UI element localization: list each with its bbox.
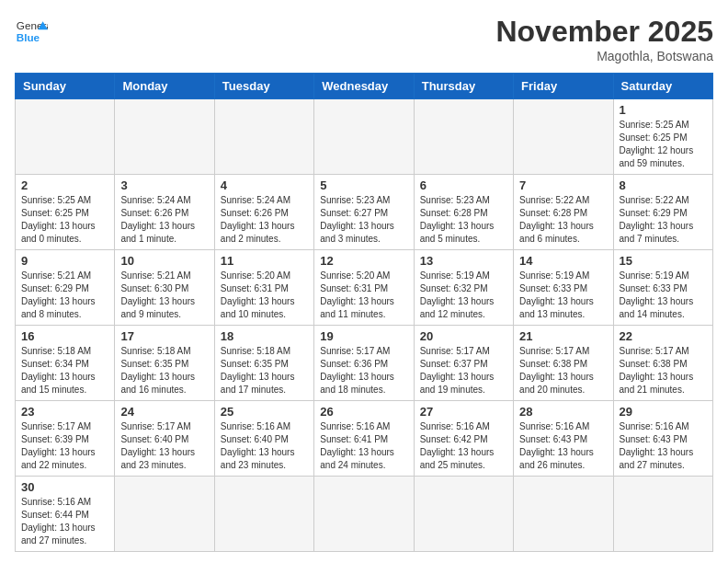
- day-info: Sunrise: 5:22 AM Sunset: 6:28 PM Dayligh…: [519, 194, 607, 246]
- calendar-cell: 7Sunrise: 5:22 AM Sunset: 6:28 PM Daylig…: [514, 175, 613, 250]
- day-number: 25: [221, 405, 308, 419]
- day-number: 15: [620, 254, 707, 268]
- month-title: November 2025: [495, 15, 713, 49]
- day-number: 20: [420, 329, 507, 343]
- calendar-cell: 9Sunrise: 5:21 AM Sunset: 6:29 PM Daylig…: [16, 250, 115, 326]
- calendar-cell: [414, 99, 513, 175]
- calendar-cell: 11Sunrise: 5:20 AM Sunset: 6:31 PM Dayli…: [214, 250, 313, 326]
- calendar-cell: [414, 477, 513, 552]
- calendar-cell: 14Sunrise: 5:19 AM Sunset: 6:33 PM Dayli…: [514, 250, 613, 326]
- weekday-header-saturday: Saturday: [613, 74, 712, 99]
- calendar-cell: 4Sunrise: 5:24 AM Sunset: 6:26 PM Daylig…: [214, 175, 313, 250]
- calendar-cell: [214, 477, 313, 552]
- calendar-cell: 19Sunrise: 5:17 AM Sunset: 6:36 PM Dayli…: [314, 326, 414, 401]
- calendar-week-row-0: 1Sunrise: 5:25 AM Sunset: 6:25 PM Daylig…: [16, 99, 713, 175]
- calendar-week-row-5: 30Sunrise: 5:16 AM Sunset: 6:44 PM Dayli…: [16, 477, 713, 552]
- calendar-cell: 1Sunrise: 5:25 AM Sunset: 6:25 PM Daylig…: [613, 99, 712, 175]
- weekday-header-thursday: Thursday: [414, 74, 513, 99]
- calendar-cell: 20Sunrise: 5:17 AM Sunset: 6:37 PM Dayli…: [414, 326, 513, 401]
- day-info: Sunrise: 5:16 AM Sunset: 6:43 PM Dayligh…: [620, 420, 707, 472]
- day-info: Sunrise: 5:24 AM Sunset: 6:26 PM Dayligh…: [120, 194, 208, 246]
- calendar-cell: 23Sunrise: 5:17 AM Sunset: 6:39 PM Dayli…: [16, 401, 115, 477]
- calendar-cell: 12Sunrise: 5:20 AM Sunset: 6:31 PM Dayli…: [314, 250, 414, 326]
- calendar-cell: [314, 477, 414, 552]
- day-number: 9: [21, 254, 108, 268]
- calendar-cell: 3Sunrise: 5:24 AM Sunset: 6:26 PM Daylig…: [115, 175, 214, 250]
- calendar-week-row-3: 16Sunrise: 5:18 AM Sunset: 6:34 PM Dayli…: [16, 326, 713, 401]
- day-number: 1: [620, 103, 707, 117]
- day-info: Sunrise: 5:25 AM Sunset: 6:25 PM Dayligh…: [21, 194, 108, 246]
- day-info: Sunrise: 5:22 AM Sunset: 6:29 PM Dayligh…: [620, 194, 707, 246]
- title-area: November 2025 Magothla, Botswana: [495, 15, 713, 63]
- day-number: 28: [519, 405, 607, 419]
- day-number: 22: [620, 329, 707, 343]
- day-info: Sunrise: 5:16 AM Sunset: 6:42 PM Dayligh…: [420, 420, 507, 472]
- calendar-cell: 5Sunrise: 5:23 AM Sunset: 6:27 PM Daylig…: [314, 175, 414, 250]
- day-number: 12: [320, 254, 407, 268]
- day-info: Sunrise: 5:17 AM Sunset: 6:36 PM Dayligh…: [320, 345, 407, 396]
- day-info: Sunrise: 5:16 AM Sunset: 6:40 PM Dayligh…: [221, 420, 308, 472]
- day-info: Sunrise: 5:21 AM Sunset: 6:29 PM Dayligh…: [21, 270, 108, 321]
- day-info: Sunrise: 5:21 AM Sunset: 6:30 PM Dayligh…: [120, 270, 208, 321]
- day-number: 14: [519, 254, 607, 268]
- calendar-cell: 8Sunrise: 5:22 AM Sunset: 6:29 PM Daylig…: [613, 175, 712, 250]
- day-info: Sunrise: 5:25 AM Sunset: 6:25 PM Dayligh…: [620, 119, 707, 170]
- day-number: 29: [620, 405, 707, 419]
- day-info: Sunrise: 5:24 AM Sunset: 6:26 PM Dayligh…: [221, 194, 308, 246]
- calendar-cell: [514, 477, 613, 552]
- day-number: 24: [120, 405, 208, 419]
- day-number: 3: [120, 178, 208, 192]
- calendar-cell: [16, 99, 115, 175]
- weekday-header-wednesday: Wednesday: [314, 74, 414, 99]
- day-info: Sunrise: 5:20 AM Sunset: 6:31 PM Dayligh…: [221, 270, 308, 321]
- calendar-cell: [613, 477, 712, 552]
- calendar-cell: 16Sunrise: 5:18 AM Sunset: 6:34 PM Dayli…: [16, 326, 115, 401]
- generalblue-logo-icon: General Blue: [15, 15, 48, 48]
- day-info: Sunrise: 5:20 AM Sunset: 6:31 PM Dayligh…: [320, 270, 407, 321]
- day-info: Sunrise: 5:16 AM Sunset: 6:43 PM Dayligh…: [519, 420, 607, 472]
- calendar-cell: 24Sunrise: 5:17 AM Sunset: 6:40 PM Dayli…: [115, 401, 214, 477]
- calendar-cell: 29Sunrise: 5:16 AM Sunset: 6:43 PM Dayli…: [613, 401, 712, 477]
- calendar-week-row-4: 23Sunrise: 5:17 AM Sunset: 6:39 PM Dayli…: [16, 401, 713, 477]
- weekday-header-row: SundayMondayTuesdayWednesdayThursdayFrid…: [16, 74, 713, 99]
- calendar-cell: [214, 99, 313, 175]
- calendar-cell: 25Sunrise: 5:16 AM Sunset: 6:40 PM Dayli…: [214, 401, 313, 477]
- day-info: Sunrise: 5:16 AM Sunset: 6:44 PM Dayligh…: [21, 496, 108, 547]
- calendar-cell: [115, 477, 214, 552]
- day-number: 4: [221, 178, 308, 192]
- weekday-header-friday: Friday: [514, 74, 613, 99]
- svg-text:Blue: Blue: [17, 31, 40, 43]
- day-number: 17: [120, 329, 208, 343]
- day-number: 19: [320, 329, 407, 343]
- calendar-table: SundayMondayTuesdayWednesdayThursdayFrid…: [15, 73, 713, 552]
- day-number: 16: [21, 329, 108, 343]
- day-info: Sunrise: 5:23 AM Sunset: 6:27 PM Dayligh…: [320, 194, 407, 246]
- header: General Blue November 2025 Magothla, Bot…: [15, 15, 713, 63]
- day-info: Sunrise: 5:19 AM Sunset: 6:33 PM Dayligh…: [519, 270, 607, 321]
- calendar-cell: 10Sunrise: 5:21 AM Sunset: 6:30 PM Dayli…: [115, 250, 214, 326]
- day-info: Sunrise: 5:18 AM Sunset: 6:35 PM Dayligh…: [221, 345, 308, 396]
- calendar-cell: [514, 99, 613, 175]
- day-info: Sunrise: 5:23 AM Sunset: 6:28 PM Dayligh…: [420, 194, 507, 246]
- calendar-cell: 6Sunrise: 5:23 AM Sunset: 6:28 PM Daylig…: [414, 175, 513, 250]
- calendar-cell: 27Sunrise: 5:16 AM Sunset: 6:42 PM Dayli…: [414, 401, 513, 477]
- weekday-header-sunday: Sunday: [16, 74, 115, 99]
- location: Magothla, Botswana: [495, 49, 713, 63]
- weekday-header-monday: Monday: [115, 74, 214, 99]
- weekday-header-tuesday: Tuesday: [214, 74, 313, 99]
- day-number: 7: [519, 178, 607, 192]
- day-number: 13: [420, 254, 507, 268]
- day-number: 26: [320, 405, 407, 419]
- day-info: Sunrise: 5:19 AM Sunset: 6:33 PM Dayligh…: [620, 270, 707, 321]
- day-info: Sunrise: 5:16 AM Sunset: 6:41 PM Dayligh…: [320, 420, 407, 472]
- day-number: 23: [21, 405, 108, 419]
- day-info: Sunrise: 5:18 AM Sunset: 6:35 PM Dayligh…: [120, 345, 208, 396]
- day-number: 18: [221, 329, 308, 343]
- day-number: 10: [120, 254, 208, 268]
- day-info: Sunrise: 5:17 AM Sunset: 6:38 PM Dayligh…: [519, 345, 607, 396]
- day-number: 27: [420, 405, 507, 419]
- calendar-cell: 28Sunrise: 5:16 AM Sunset: 6:43 PM Dayli…: [514, 401, 613, 477]
- calendar-cell: 15Sunrise: 5:19 AM Sunset: 6:33 PM Dayli…: [613, 250, 712, 326]
- calendar-week-row-2: 9Sunrise: 5:21 AM Sunset: 6:29 PM Daylig…: [16, 250, 713, 326]
- calendar-cell: 22Sunrise: 5:17 AM Sunset: 6:38 PM Dayli…: [613, 326, 712, 401]
